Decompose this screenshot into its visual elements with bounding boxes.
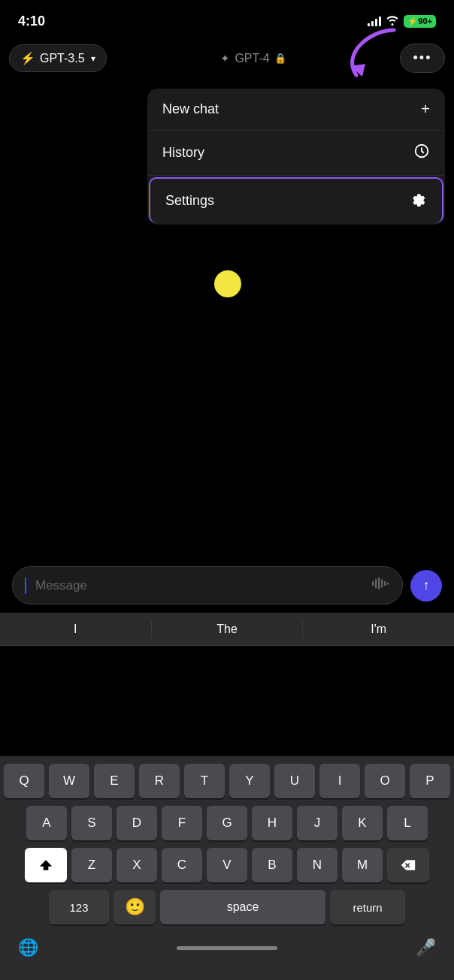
- new-chat-menu-item[interactable]: New chat +: [147, 89, 445, 131]
- globe-icon[interactable]: 🌐: [18, 938, 38, 957]
- key-e[interactable]: E: [94, 764, 135, 798]
- svg-rect-2: [372, 581, 374, 586]
- key-n[interactable]: N: [297, 848, 337, 882]
- space-key[interactable]: space: [160, 890, 325, 924]
- key-m[interactable]: M: [342, 848, 383, 882]
- settings-gear-icon: [410, 191, 427, 211]
- backspace-key[interactable]: [387, 848, 429, 882]
- svg-rect-5: [381, 579, 383, 587]
- key-a[interactable]: A: [26, 806, 67, 840]
- wifi-icon: [386, 15, 399, 28]
- emoji-key[interactable]: 🙂: [114, 890, 156, 924]
- predictive-item-3[interactable]: I'm: [303, 613, 454, 645]
- key-z[interactable]: Z: [71, 848, 112, 882]
- predictive-bar: I The I'm: [0, 613, 454, 646]
- status-icons: ⚡90+: [368, 15, 436, 28]
- lock-icon: 🔒: [274, 53, 286, 64]
- shift-key[interactable]: [25, 848, 67, 882]
- keyboard-row-3: Z X C V B N M: [3, 848, 451, 882]
- svg-rect-3: [375, 579, 377, 589]
- key-r[interactable]: R: [139, 764, 180, 798]
- chevron-down-icon: ▾: [91, 53, 95, 64]
- new-chat-label: New chat: [162, 101, 219, 117]
- svg-rect-7: [387, 582, 389, 584]
- key-c[interactable]: C: [162, 848, 202, 882]
- keyboard-row-4: 123 🙂 space return: [3, 890, 451, 924]
- bolt-icon: ⚡: [20, 51, 35, 65]
- keyboard-row-1: Q W E R T Y U I O P: [3, 764, 451, 798]
- voice-waveform-icon[interactable]: [372, 576, 390, 595]
- more-dots-icon: •••: [413, 50, 432, 66]
- key-l[interactable]: L: [387, 806, 428, 840]
- key-g[interactable]: G: [207, 806, 247, 840]
- history-label: History: [162, 145, 204, 161]
- input-cursor: [25, 577, 26, 594]
- key-s[interactable]: S: [71, 806, 112, 840]
- gpt35-label: GPT-3.5: [40, 52, 85, 65]
- key-f[interactable]: F: [162, 806, 202, 840]
- predictive-item-1[interactable]: I: [0, 613, 151, 645]
- status-time: 4:10: [18, 14, 45, 29]
- key-u[interactable]: U: [274, 764, 315, 798]
- key-p[interactable]: P: [410, 764, 450, 798]
- key-t[interactable]: T: [184, 764, 225, 798]
- key-o[interactable]: O: [365, 764, 405, 798]
- more-button[interactable]: •••: [400, 44, 445, 73]
- key-k[interactable]: K: [342, 806, 383, 840]
- key-w[interactable]: W: [49, 764, 89, 798]
- header: ⚡ GPT-3.5 ▾ ✦ GPT-4 🔒 •••: [0, 38, 454, 79]
- svg-rect-6: [384, 581, 386, 586]
- history-icon: [413, 143, 430, 163]
- svg-rect-4: [378, 577, 380, 590]
- send-button[interactable]: ↑: [410, 570, 442, 602]
- key-i[interactable]: I: [319, 764, 360, 798]
- history-menu-item[interactable]: History: [147, 131, 445, 176]
- settings-menu-item[interactable]: Settings: [149, 177, 443, 223]
- input-area: Message ↑: [0, 559, 454, 612]
- return-key[interactable]: return: [330, 890, 405, 924]
- numbers-key[interactable]: 123: [49, 890, 109, 924]
- key-x[interactable]: X: [117, 848, 157, 882]
- key-y[interactable]: Y: [229, 764, 270, 798]
- signal-icon: [368, 16, 381, 26]
- key-h[interactable]: H: [252, 806, 292, 840]
- gpt35-button[interactable]: ⚡ GPT-3.5 ▾: [9, 44, 107, 72]
- key-d[interactable]: D: [117, 806, 157, 840]
- key-q[interactable]: Q: [4, 764, 44, 798]
- plus-icon: +: [421, 101, 430, 118]
- yellow-dot: [214, 270, 241, 297]
- gpt4-label: GPT-4: [235, 52, 269, 65]
- status-bar: 4:10 ⚡90+: [0, 0, 454, 38]
- message-input-container[interactable]: Message: [12, 566, 403, 605]
- home-indicator: [177, 946, 277, 950]
- key-v[interactable]: V: [207, 848, 247, 882]
- dropdown-menu: New chat + History Settings: [147, 89, 445, 225]
- sparkle-icon: ✦: [220, 52, 230, 65]
- gpt4-button[interactable]: ✦ GPT-4 🔒: [113, 46, 394, 71]
- microphone-icon[interactable]: 🎤: [416, 938, 436, 957]
- message-placeholder: Message: [35, 578, 366, 593]
- send-arrow-icon: ↑: [423, 577, 430, 593]
- key-j[interactable]: J: [297, 806, 337, 840]
- bottom-bar: 🌐 🎤: [3, 932, 451, 980]
- battery-badge: ⚡90+: [404, 15, 436, 28]
- keyboard-row-2: A S D F G H J K L: [3, 806, 451, 840]
- settings-label: Settings: [165, 193, 214, 209]
- key-b[interactable]: B: [252, 848, 292, 882]
- keyboard: Q W E R T Y U I O P A S D F G H J K L Z …: [0, 756, 454, 980]
- predictive-item-2[interactable]: The: [152, 613, 303, 645]
